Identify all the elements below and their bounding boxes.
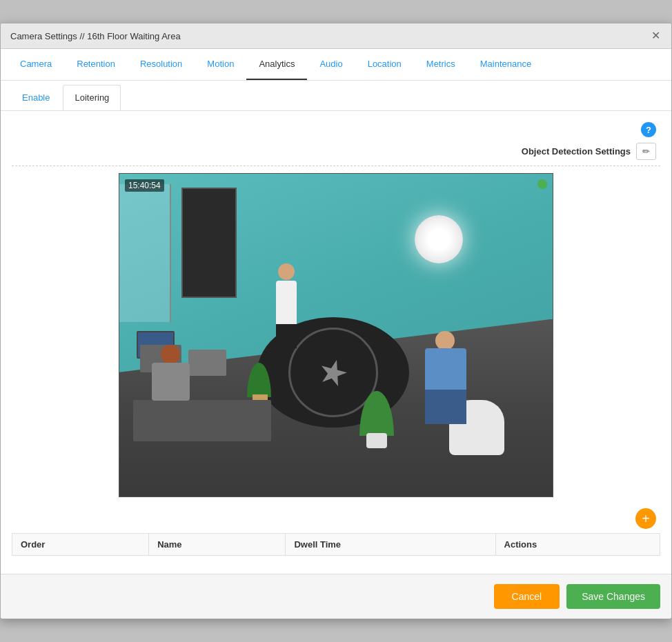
person-3-body (152, 363, 190, 401)
content-area: ? Object Detection Settings ✏ 15:40:54 (1, 111, 671, 574)
tab-resolution[interactable]: Resolution (128, 49, 195, 80)
sub-tabs: Enable Loitering (1, 81, 671, 111)
entrance-door (181, 188, 237, 298)
plant-1-leaves (247, 363, 271, 397)
person-2-head (435, 331, 455, 350)
camera-scene: ★ (119, 174, 553, 496)
tab-metrics[interactable]: Metrics (414, 49, 468, 80)
main-tabs: Camera Retention Resolution Motion Analy… (1, 49, 671, 81)
person-1-head (278, 263, 295, 280)
sub-tab-enable[interactable]: Enable (10, 85, 61, 110)
tab-maintenance[interactable]: Maintenance (468, 49, 544, 80)
person-2-body (425, 348, 466, 393)
save-button[interactable]: Save Changes (566, 584, 660, 609)
person-2 (415, 331, 484, 441)
divider (12, 165, 660, 166)
tab-location[interactable]: Location (355, 49, 414, 80)
add-button-row: + (12, 504, 660, 533)
timestamp: 15:40:54 (125, 179, 164, 192)
tab-motion[interactable]: Motion (195, 49, 246, 80)
help-icon[interactable]: ? (641, 122, 656, 137)
table-header-row: Order Name Dwell Time Actions (12, 534, 660, 556)
close-button[interactable]: ✕ (650, 30, 662, 41)
col-order: Order (12, 534, 149, 556)
plant-2 (359, 393, 394, 448)
tab-audio[interactable]: Audio (307, 49, 355, 80)
col-dwell-time: Dwell Time (286, 534, 495, 556)
help-row: ? (12, 118, 660, 140)
dialog-title: Camera Settings // 16th Floor Waiting Ar… (10, 31, 181, 41)
object-detection-row: Object Detection Settings ✏ (12, 140, 660, 165)
person-1-body (276, 281, 297, 329)
add-zone-button[interactable]: + (635, 508, 656, 529)
zones-table: Order Name Dwell Time Actions (12, 533, 660, 556)
person-3 (144, 345, 199, 428)
camera-feed: 15:40:54 ★ (119, 173, 553, 497)
glass-door (119, 184, 171, 322)
camera-feed-wrapper: 15:40:54 ★ (12, 173, 660, 497)
camera-settings-dialog: Camera Settings // 16th Floor Waiting Ar… (0, 23, 672, 619)
tab-retention[interactable]: Retention (64, 49, 128, 80)
light-fixture (415, 215, 463, 263)
person-2-legs (425, 390, 466, 424)
title-bar: Camera Settings // 16th Floor Waiting Ar… (1, 23, 671, 49)
cancel-button[interactable]: Cancel (494, 584, 560, 609)
rug-star: ★ (314, 352, 353, 393)
person-3-head (161, 345, 180, 364)
plant-2-pot (366, 433, 387, 448)
sub-tab-loitering[interactable]: Loitering (63, 85, 121, 110)
object-detection-edit-button[interactable]: ✏ (636, 143, 656, 160)
person-1-legs (276, 324, 297, 348)
tab-analytics[interactable]: Analytics (246, 49, 307, 80)
status-dot (537, 179, 547, 189)
plant-2-leaves (359, 391, 394, 436)
col-actions: Actions (495, 534, 660, 556)
tab-camera[interactable]: Camera (8, 49, 64, 80)
footer: Cancel Save Changes (1, 574, 671, 619)
person-1 (271, 263, 302, 346)
object-detection-label: Object Detection Settings (522, 146, 631, 157)
col-name: Name (149, 534, 286, 556)
